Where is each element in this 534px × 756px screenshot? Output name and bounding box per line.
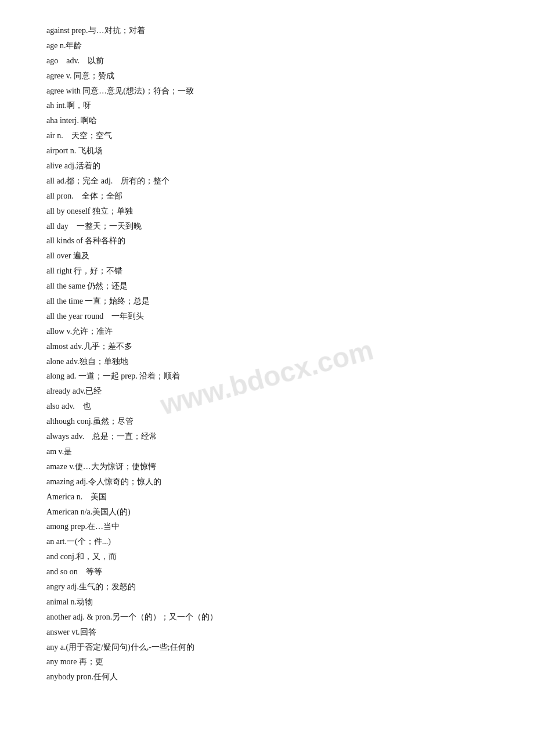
list-item: airport n. 飞机场 [46, 143, 488, 159]
list-item: ah int.啊，呀 [46, 98, 488, 113]
list-item: agree with 同意…意见(想法)；符合；一致 [46, 84, 488, 99]
list-item: almost adv.几乎；差不多 [46, 339, 488, 354]
list-item: allow v.允许；准许 [46, 324, 488, 339]
list-item: ago adv. 以前 [46, 53, 488, 69]
list-item: all right 行，好；不错 [46, 264, 488, 279]
list-item: all the same 仍然；还是 [46, 279, 488, 294]
list-item: any a.(用于否定/疑问句)什么,-一些;任何的 [46, 640, 488, 655]
list-item: angry adj.生气的；发怒的 [46, 579, 488, 595]
list-item: all by oneself 独立；单独 [46, 204, 488, 219]
content-area: against prep.与…对抗；对着age n.年龄ago adv. 以前a… [46, 23, 488, 685]
list-item: amazing adj.令人惊奇的；惊人的 [46, 474, 488, 489]
list-item: alone adv.独自；单独地 [46, 354, 488, 369]
list-item: air n. 天空；空气 [46, 128, 488, 143]
list-item: all the time 一直；始终；总是 [46, 294, 488, 309]
list-item: against prep.与…对抗；对着 [46, 23, 488, 38]
list-item: already adv.已经 [46, 384, 488, 399]
list-item: all kinds of 各种各样的 [46, 233, 488, 249]
list-item: although conj.虽然；尽管 [46, 414, 488, 429]
list-item: all pron. 全体；全部 [46, 189, 488, 204]
list-item: all ad.都；完全 adj. 所有的；整个 [46, 174, 488, 189]
list-item: America n. 美国 [46, 489, 488, 505]
list-item: American n/a.美国人(的) [46, 505, 488, 520]
list-item: anybody pron.任何人 [46, 669, 488, 685]
list-item: any more 再；更 [46, 654, 488, 669]
list-item: and conj.和，又，而 [46, 549, 488, 564]
list-item: amaze v.使…大为惊讶；使惊愕 [46, 459, 488, 474]
list-item: among prep.在…当中 [46, 519, 488, 534]
list-item: all the year round 一年到头 [46, 309, 488, 324]
list-item: along ad. 一道；一起 prep. 沿着；顺着 [46, 369, 488, 384]
list-item: alive adj.活着的 [46, 159, 488, 174]
list-item: animal n.动物 [46, 595, 488, 610]
list-item: an art.一(个；件...) [46, 534, 488, 549]
list-item: all day 一整天；一天到晚 [46, 219, 488, 234]
list-item: also adv. 也 [46, 399, 488, 414]
list-item: agree v. 同意；赞成 [46, 69, 488, 84]
list-item: answer vt.回答 [46, 625, 488, 640]
list-item: aha interj. 啊哈 [46, 113, 488, 128]
list-item: another adj. & pron.另一个（的）；又一个（的） [46, 610, 488, 625]
list-item: and so on 等等 [46, 564, 488, 579]
list-item: all over 遍及 [46, 249, 488, 264]
list-item: am v.是 [46, 444, 488, 459]
list-item: age n.年龄 [46, 38, 488, 53]
list-item: always adv. 总是；一直；经常 [46, 429, 488, 444]
